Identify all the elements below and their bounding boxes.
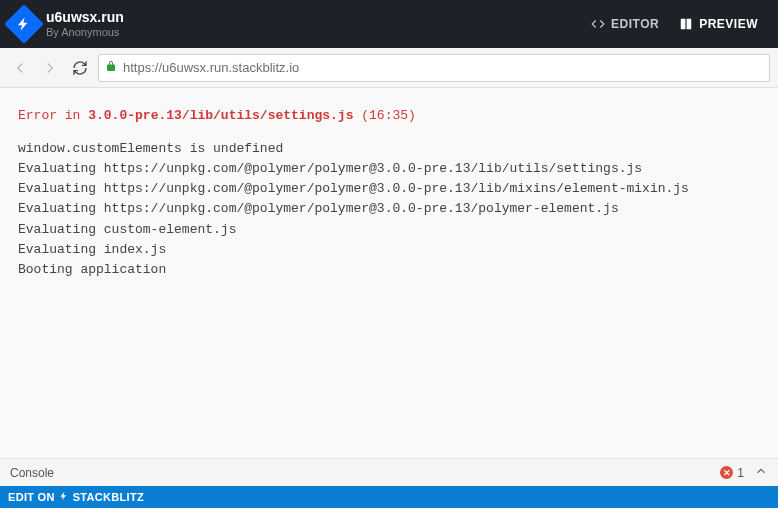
project-byline: By Anonymous xyxy=(46,26,124,38)
url-bar[interactable]: https://u6uwsx.run.stackblitz.io xyxy=(98,54,770,82)
code-icon xyxy=(591,17,605,31)
expand-console-button[interactable] xyxy=(754,464,768,481)
project-title: u6uwsx.run xyxy=(46,10,124,25)
console-bar[interactable]: Console ✕ 1 xyxy=(0,458,778,486)
arrow-right-icon xyxy=(41,59,59,77)
stack-line: Evaluating custom-element.js xyxy=(18,220,760,240)
reload-icon xyxy=(72,60,88,76)
error-file: 3.0.0-pre.13/lib/utils/settings.js xyxy=(88,108,353,123)
bolt-logo-icon xyxy=(4,4,44,44)
error-location: (16:35) xyxy=(353,108,415,123)
stack-line: Evaluating https://unpkg.com/@polymer/po… xyxy=(18,199,760,219)
app-header: u6uwsx.run By Anonymous EDITOR PREVIEW xyxy=(0,0,778,48)
console-label: Console xyxy=(10,466,54,480)
logo-block: u6uwsx.run By Anonymous xyxy=(10,10,124,38)
error-prefix: Error in xyxy=(18,108,88,123)
preview-tab-label: PREVIEW xyxy=(699,17,758,31)
reload-button[interactable] xyxy=(68,56,92,80)
edit-on-stackblitz-bar[interactable]: EDIT ON STACKBLITZ xyxy=(0,486,778,508)
error-heading: Error in 3.0.0-pre.13/lib/utils/settings… xyxy=(18,108,760,123)
stack-line: Evaluating index.js xyxy=(18,240,760,260)
lock-icon xyxy=(105,60,117,75)
error-count-badge: ✕ 1 xyxy=(720,466,744,480)
browser-navbar: https://u6uwsx.run.stackblitz.io xyxy=(0,48,778,88)
preview-tab[interactable]: PREVIEW xyxy=(669,11,768,37)
forward-button[interactable] xyxy=(38,56,62,80)
bolt-icon xyxy=(59,491,69,503)
preview-icon xyxy=(679,17,693,31)
svg-rect-1 xyxy=(687,19,692,30)
footer-brand: STACKBLITZ xyxy=(73,491,144,503)
stack-line: Evaluating https://unpkg.com/@polymer/po… xyxy=(18,159,760,179)
url-text: https://u6uwsx.run.stackblitz.io xyxy=(123,60,299,75)
preview-pane: Error in 3.0.0-pre.13/lib/utils/settings… xyxy=(0,88,778,458)
editor-tab[interactable]: EDITOR xyxy=(581,11,669,37)
footer-prefix: EDIT ON xyxy=(8,491,55,503)
stack-line: Booting application xyxy=(18,260,760,280)
error-stack: window.customElements is undefined Evalu… xyxy=(18,139,760,280)
chevron-up-icon xyxy=(754,464,768,478)
stack-line: Evaluating https://unpkg.com/@polymer/po… xyxy=(18,179,760,199)
back-button[interactable] xyxy=(8,56,32,80)
arrow-left-icon xyxy=(11,59,29,77)
error-circle-icon: ✕ xyxy=(720,466,733,479)
stack-line: window.customElements is undefined xyxy=(18,139,760,159)
editor-tab-label: EDITOR xyxy=(611,17,659,31)
svg-rect-0 xyxy=(681,19,686,30)
error-count: 1 xyxy=(737,466,744,480)
